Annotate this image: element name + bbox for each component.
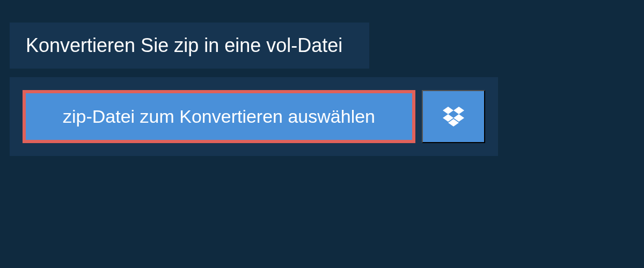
action-panel: zip-Datei zum Konvertieren auswählen: [10, 77, 498, 156]
header-bar: Konvertieren Sie zip in eine vol-Datei: [10, 23, 369, 69]
select-file-label: zip-Datei zum Konvertieren auswählen: [63, 106, 375, 127]
dropbox-icon: [443, 107, 464, 127]
select-file-button[interactable]: zip-Datei zum Konvertieren auswählen: [23, 90, 415, 143]
dropbox-button[interactable]: [422, 90, 485, 143]
page-title: Konvertieren Sie zip in eine vol-Datei: [26, 34, 342, 57]
